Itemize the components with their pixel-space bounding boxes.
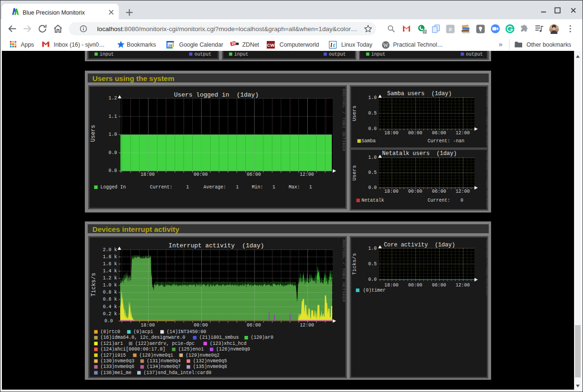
svg-text:Netatalk: Netatalk — [361, 198, 384, 203]
svg-text:(127)i915: (127)i915 — [100, 352, 126, 358]
svg-text:Interrupt activity (1day): Interrupt activity (1day) — [168, 242, 264, 249]
svg-text:(16)idma64.0, i2c_designware.0: (16)idma64.0, i2c_designware.0 — [100, 335, 185, 340]
svg-text:1.2: 1.2 — [108, 96, 117, 101]
svg-text:(135)nvme0q8: (135)nvme0q8 — [193, 364, 227, 369]
svg-text:RRDTOOL / TOBI OETIKER: RRDTOOL / TOBI OETIKER — [485, 153, 487, 209]
svg-text:output: output — [466, 52, 483, 57]
svg-text:18:00: 18:00 — [385, 282, 399, 287]
svg-text:18:00: 18:00 — [140, 172, 155, 177]
svg-text:0.4 k: 0.4 k — [103, 304, 117, 309]
svg-text:12:00: 12:00 — [456, 189, 470, 194]
svg-text:06:00: 06:00 — [246, 172, 261, 177]
svg-text:Samba: Samba — [361, 138, 376, 143]
svg-text:(124)ahci[0000:00:17.0]: (124)ahci[0000:00:17.0] — [100, 347, 165, 352]
svg-text:Ticks/s: Ticks/s — [352, 253, 357, 275]
svg-text:(9)acpi: (9)acpi — [133, 329, 153, 334]
svg-text:?: ? — [424, 30, 426, 33]
svg-text:input: input — [371, 52, 386, 57]
svg-text:12:00: 12:00 — [456, 282, 470, 287]
svg-text:00:00: 00:00 — [408, 282, 422, 287]
svg-text:RRDTOOL / TOBI OETIKER: RRDTOOL / TOBI OETIKER — [341, 89, 345, 152]
svg-text:0.2 k: 0.2 k — [103, 311, 117, 316]
svg-text:00:00: 00:00 — [408, 131, 422, 136]
svg-text:(8)rtc0: (8)rtc0 — [100, 329, 120, 334]
svg-text:(132)nvme0q5: (132)nvme0q5 — [193, 358, 227, 363]
svg-text:18:00: 18:00 — [385, 131, 399, 136]
svg-text:R: R — [448, 26, 452, 32]
svg-text:1.2 k: 1.2 k — [103, 276, 117, 281]
svg-text:0.0: 0.0 — [368, 126, 377, 131]
svg-text:1.8 k: 1.8 k — [103, 254, 117, 259]
svg-text:RRDTOOL / TOBI OETIKER: RRDTOOL / TOBI OETIKER — [485, 240, 487, 296]
svg-text:Netatalk users (1day): Netatalk users (1day) — [382, 150, 457, 157]
svg-text:Samba users (1day): Samba users (1day) — [387, 90, 452, 97]
svg-text:0.8: 0.8 — [108, 168, 117, 173]
svg-text:RRDTOOL / TOBI OETIKER: RRDTOOL / TOBI OETIKER — [485, 90, 487, 146]
svg-text:1.0: 1.0 — [368, 245, 377, 251]
svg-text:Users logged in (1day): Users logged in (1day) — [174, 91, 258, 98]
svg-text:Users: Users — [90, 124, 96, 141]
svg-text:18:00: 18:00 — [385, 189, 399, 194]
svg-text:(128)nvme0q1: (128)nvme0q1 — [139, 352, 173, 358]
svg-text:Average:: Average: — [203, 184, 226, 189]
svg-text:Current:: Current: — [149, 184, 172, 189]
svg-text:2.0 k: 2.0 k — [103, 247, 117, 252]
svg-text:(120)ar0: (120)ar0 — [251, 335, 273, 340]
svg-text:(121)ar1: (121)ar1 — [100, 341, 123, 346]
svg-text:input: input — [234, 52, 248, 57]
svg-text:12:00: 12:00 — [299, 172, 313, 177]
svg-text:1: 1 — [236, 184, 238, 189]
svg-text:18:00: 18:00 — [140, 322, 155, 327]
svg-text:(0)timer: (0)timer — [363, 287, 386, 293]
svg-text:output: output — [194, 52, 211, 57]
svg-text:12:00: 12:00 — [456, 131, 470, 136]
svg-text:0.0: 0.0 — [368, 185, 377, 190]
svg-text:0.0: 0.0 — [368, 277, 377, 282]
svg-text:(125)eno1: (125)eno1 — [178, 347, 204, 352]
svg-text:Current: -nan: Current: -nan — [427, 138, 464, 143]
svg-text:1.0: 1.0 — [368, 95, 377, 100]
svg-text:0.0: 0.0 — [104, 318, 113, 323]
svg-text:Current:: Current: — [427, 198, 450, 203]
svg-text:(133)nvme0q6: (133)nvme0q6 — [100, 364, 134, 369]
svg-text:1: 1 — [309, 184, 312, 189]
svg-text:1.0: 1.0 — [368, 155, 377, 161]
svg-text:0.5: 0.5 — [368, 170, 377, 175]
svg-text:CW: CW — [267, 42, 275, 48]
svg-text:1.1: 1.1 — [108, 114, 117, 119]
svg-text:output: output — [329, 52, 346, 57]
svg-text:0.5: 0.5 — [368, 261, 377, 266]
svg-text:06:00: 06:00 — [432, 189, 446, 194]
svg-text:(134)nvme0q7: (134)nvme0q7 — [147, 364, 181, 369]
svg-text:input: input — [100, 52, 114, 57]
svg-text:Ticks/s: Ticks/s — [90, 272, 97, 296]
svg-text:(122)aerdrv, pcie-dpc: (122)aerdrv, pcie-dpc — [135, 341, 194, 346]
svg-text:(21)i801_smbus: (21)i801_smbus — [199, 335, 238, 340]
svg-text:(130)nvme0q3: (130)nvme0q3 — [100, 358, 134, 363]
svg-text:1.0 k: 1.0 k — [103, 283, 117, 288]
svg-text:1: 1 — [186, 184, 189, 189]
svg-text:(129)nvme0q2: (129)nvme0q2 — [185, 352, 219, 358]
svg-text:0.5: 0.5 — [368, 111, 377, 116]
svg-text:06:00: 06:00 — [432, 282, 446, 287]
svg-text:28: 28 — [168, 43, 172, 47]
svg-text:12:00: 12:00 — [300, 322, 314, 327]
svg-text:Users: Users — [352, 165, 357, 180]
svg-text:06:00: 06:00 — [246, 322, 261, 327]
svg-text:(123)xhci_hcd: (123)xhci_hcd — [210, 341, 246, 346]
svg-text:Min:: Min: — [252, 184, 263, 189]
svg-text:06:00: 06:00 — [432, 131, 446, 136]
svg-text:00:00: 00:00 — [193, 172, 207, 177]
svg-text:W: W — [383, 42, 388, 48]
svg-text:1.4 k: 1.4 k — [103, 269, 117, 274]
svg-text:(137)snd_hda_intel:card0: (137)snd_hda_intel:card0 — [143, 370, 211, 375]
svg-text:00:00: 00:00 — [193, 322, 207, 327]
svg-text:0.6 k: 0.6 k — [103, 297, 117, 302]
svg-text:00:00: 00:00 — [408, 189, 422, 194]
svg-text:RRDTOOL / TOBI OETIKER: RRDTOOL / TOBI OETIKER — [341, 239, 345, 302]
svg-text:1.6 k: 1.6 k — [103, 261, 117, 266]
svg-text:Users: Users — [352, 105, 357, 121]
svg-text:1.0: 1.0 — [108, 132, 117, 137]
svg-text:Core activity (1day): Core activity (1day) — [384, 241, 455, 248]
svg-text:(131)nvme0q4: (131)nvme0q4 — [147, 358, 181, 363]
